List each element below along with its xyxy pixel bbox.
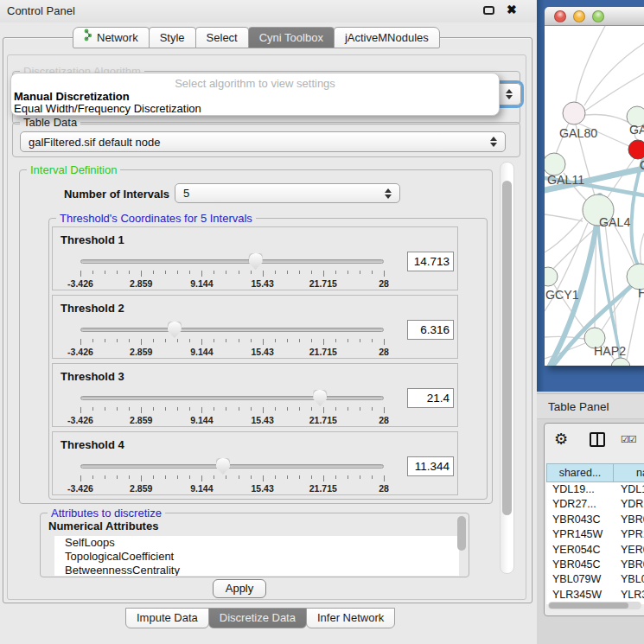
slider-thumb[interactable]	[249, 253, 263, 270]
tick-mark	[189, 271, 190, 274]
tick-mark	[129, 407, 130, 411]
number-of-intervals-combobox[interactable]: 5	[175, 183, 400, 203]
tick-mark	[201, 339, 202, 345]
slider-track[interactable]	[80, 464, 384, 469]
threshold-slider[interactable]: -3.4262.8599.14415.4321.71528	[80, 253, 384, 288]
tick-mark	[335, 271, 336, 274]
tick-mark	[335, 339, 336, 342]
network-node-label: H	[638, 286, 644, 300]
slider-track[interactable]	[80, 328, 384, 332]
network-node[interactable]	[563, 102, 585, 124]
tick-label: 15.43	[251, 483, 273, 494]
attributes-group: Attributes to discretize Numerical Attri…	[40, 513, 469, 577]
slider-track[interactable]	[80, 259, 384, 264]
tab-label: Infer Network	[317, 608, 384, 628]
tick-mark	[80, 407, 81, 413]
column-header-shared[interactable]: shared...	[546, 463, 614, 482]
tick-label: 21.715	[309, 483, 337, 494]
attribute-item[interactable]: SelfLoops	[54, 536, 459, 550]
float-window-icon[interactable]	[483, 6, 494, 15]
threshold-value-field[interactable]: 14.713	[407, 252, 454, 271]
threshold-value-field[interactable]: 21.4	[407, 388, 454, 408]
tick-mark	[141, 407, 142, 413]
scrollbar-thumb[interactable]	[502, 181, 512, 515]
close-icon[interactable]: ✖	[507, 3, 517, 16]
table-row[interactable]: YLR345WYLR3	[546, 588, 644, 603]
numerical-attributes-list[interactable]: SelfLoopsTopologicalCoefficientBetweenne…	[54, 536, 459, 576]
columns-icon[interactable]	[590, 432, 605, 447]
tab-network[interactable]: Network	[73, 27, 150, 48]
table-row[interactable]: YBL079WYBL0	[546, 572, 644, 587]
network-node[interactable]	[628, 140, 644, 159]
close-traffic-light-icon[interactable]	[554, 10, 566, 22]
tick-mark	[153, 407, 154, 411]
tick-mark	[92, 475, 93, 479]
tick-mark	[92, 271, 93, 274]
tick-mark	[226, 271, 226, 274]
tick-mark	[323, 271, 324, 277]
network-edge	[584, 43, 644, 105]
tab-label: Cyni Toolbox	[259, 28, 323, 48]
threshold-slider[interactable]: -3.4262.8599.14415.4321.71528	[80, 390, 384, 424]
tick-label: 2.859	[130, 278, 152, 289]
table-row[interactable]: YER054CYER0	[546, 543, 644, 558]
column-header-name[interactable]: na	[614, 463, 644, 482]
network-node[interactable]	[545, 267, 558, 286]
tick-label: -3.426	[67, 278, 93, 289]
table-horizontal-scrollbar[interactable]	[548, 602, 641, 609]
network-node-label: GCY1	[545, 288, 579, 302]
tab-discretize-data[interactable]: Discretize Data	[208, 608, 307, 628]
cell-shared-name: YBR045C	[546, 558, 614, 572]
slider-tick-labels: -3.4262.8599.14415.4321.71528	[80, 483, 384, 494]
threshold-slider[interactable]: -3.4262.8599.14415.4321.71528	[80, 458, 384, 493]
tab-impute-data[interactable]: Impute Data	[125, 608, 209, 628]
algorithm-dropdown-popup: Select algorithm to view settings Manual…	[10, 73, 500, 116]
tick-mark	[165, 339, 166, 342]
table-row[interactable]: YBR045CYBR0	[546, 558, 644, 572]
cell-name: YLR3	[614, 588, 644, 603]
table-row[interactable]: YDL19...YDL1	[546, 482, 644, 497]
tab-select[interactable]: Select	[195, 27, 249, 48]
network-node-label: GAL4	[599, 215, 630, 229]
slider-thumb[interactable]	[313, 390, 327, 406]
hscrollbar-thumb[interactable]	[549, 603, 628, 609]
tab-infer-network[interactable]: Infer Network	[306, 608, 395, 628]
attributes-scrollbar-thumb[interactable]	[457, 516, 466, 551]
zoom-traffic-light-icon[interactable]	[592, 10, 604, 22]
slider-track[interactable]	[80, 396, 384, 400]
tick-mark	[214, 407, 214, 411]
gear-icon[interactable]: ⚙	[554, 431, 568, 447]
tick-mark	[251, 407, 252, 411]
slider-thumb[interactable]	[216, 458, 230, 475]
menu-item-manual-discretization[interactable]: Manual Discretization	[14, 90, 130, 103]
tab-jactivemnodules[interactable]: jActiveMNodules	[334, 27, 440, 48]
network-canvas[interactable]: GAL80GACGAL11GAL4GCY1HHAP2	[545, 26, 644, 366]
checkboxes-icon[interactable]: ☑☑	[621, 434, 636, 445]
table-row[interactable]: YDR27...YDR2	[546, 497, 644, 512]
apply-button[interactable]: Apply	[213, 579, 266, 598]
cell-name: YDR2	[614, 497, 644, 512]
tick-mark	[372, 475, 373, 479]
tick-label: 15.43	[251, 415, 273, 425]
menu-item-equal-width-frequency[interactable]: Equal Width/Frequency Discretization	[14, 102, 201, 115]
slider-tick-labels: -3.4262.8599.14415.4321.71528	[80, 347, 384, 357]
network-graph: GAL80GACGAL11GAL4GCY1HHAP2	[545, 26, 644, 366]
attribute-item[interactable]: BetweennessCentrality	[54, 564, 459, 576]
network-window-titlebar	[545, 7, 644, 26]
threshold-value-field[interactable]: 6.316	[407, 320, 454, 340]
table-row[interactable]: YPR145WYPR1	[546, 527, 644, 542]
threshold-value-field[interactable]: 11.344	[407, 456, 454, 476]
tab-cyni-toolbox[interactable]: Cyni Toolbox	[248, 27, 335, 48]
tick-mark	[226, 475, 226, 479]
tick-mark	[384, 271, 385, 277]
attribute-item[interactable]: TopologicalCoefficient	[54, 550, 459, 564]
tick-mark	[299, 339, 300, 342]
tick-mark	[153, 339, 154, 342]
settings-scrollbar[interactable]	[500, 162, 514, 574]
table-data-combobox[interactable]: galFiltered.sif default node	[20, 131, 506, 152]
table-row[interactable]: YBR043CYBR0	[546, 513, 644, 527]
minimize-traffic-light-icon[interactable]	[573, 10, 585, 22]
slider-thumb[interactable]	[168, 322, 182, 338]
tab-style[interactable]: Style	[149, 27, 196, 48]
threshold-slider[interactable]: -3.4262.8599.14415.4321.71528	[80, 322, 384, 356]
